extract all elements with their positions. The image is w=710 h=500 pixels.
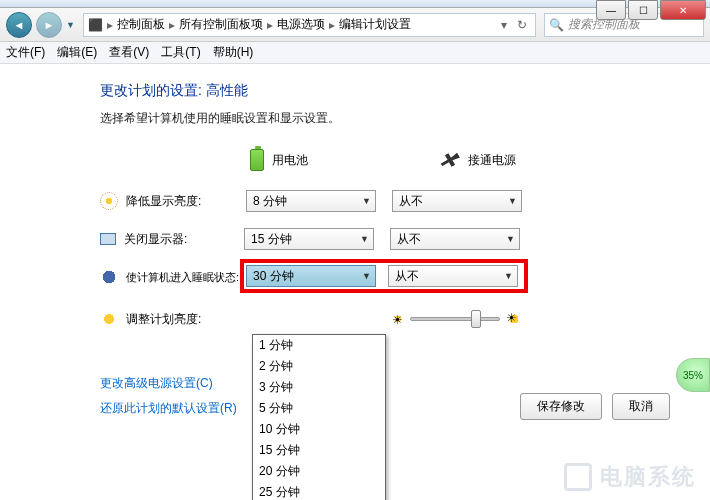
watermark-text: 电脑系统 <box>600 462 696 492</box>
dropdown-value: 从不 <box>395 268 419 285</box>
close-button[interactable]: ✕ <box>660 0 706 20</box>
minimize-button[interactable]: — <box>596 0 626 20</box>
breadcrumb-item[interactable]: 电源选项 <box>277 16 325 33</box>
chevron-down-icon: ▼ <box>360 234 369 244</box>
dropdown-value: 8 分钟 <box>253 193 287 210</box>
plug-icon <box>438 149 462 171</box>
sun-small-icon: ☀ <box>392 313 404 325</box>
breadcrumb-dropdown-icon[interactable]: ▾ <box>501 18 515 32</box>
dropdown-option[interactable]: 2 分钟 <box>253 356 385 377</box>
chevron-down-icon: ▼ <box>506 234 515 244</box>
sleep-icon <box>100 268 118 286</box>
watermark-icon <box>564 463 592 491</box>
battery-badge: 35% <box>676 358 710 392</box>
save-button[interactable]: 保存修改 <box>520 393 602 420</box>
page-subtitle: 选择希望计算机使用的睡眠设置和显示设置。 <box>100 110 680 127</box>
battery-label: 用电池 <box>272 152 308 169</box>
page-title: 更改计划的设置: 高性能 <box>100 82 680 100</box>
menu-view[interactable]: 查看(V) <box>109 44 149 61</box>
breadcrumb-item[interactable]: 控制面板 <box>117 16 165 33</box>
row-sleep: 使计算机进入睡眠状态: 30 分钟 ▼ 从不 ▼ <box>100 265 680 289</box>
content: 更改计划的设置: 高性能 选择希望计算机使用的睡眠设置和显示设置。 用电池 接通… <box>0 64 710 435</box>
chevron-right-icon: ▸ <box>107 18 113 32</box>
plugged-column-header: 接通电源 <box>440 149 570 171</box>
plugged-label: 接通电源 <box>468 152 516 169</box>
refresh-icon[interactable]: ↻ <box>517 18 531 32</box>
display-off-plugged-dropdown[interactable]: 从不 ▼ <box>390 228 520 250</box>
back-button[interactable]: ◄ <box>6 12 32 38</box>
maximize-button[interactable]: ☐ <box>628 0 658 20</box>
titlebar: — ☐ ✕ <box>0 0 710 8</box>
menu-file[interactable]: 文件(F) <box>6 44 45 61</box>
search-icon: 🔍 <box>549 18 564 32</box>
slider-track[interactable] <box>410 317 500 321</box>
row-dim-display: 降低显示亮度: 8 分钟 ▼ 从不 ▼ <box>100 189 680 213</box>
chevron-down-icon: ▼ <box>362 196 371 206</box>
battery-icon <box>250 149 264 171</box>
sun-large-icon: ☀ <box>506 311 522 327</box>
dropdown-option[interactable]: 25 分钟 <box>253 482 385 500</box>
chevron-down-icon: ▼ <box>362 271 371 281</box>
row-label: 使计算机进入睡眠状态: <box>126 270 244 285</box>
control-panel-icon: ⬛ <box>88 18 103 32</box>
column-headers: 用电池 接通电源 <box>250 149 680 171</box>
button-row: 保存修改 取消 <box>520 393 670 420</box>
dropdown-option[interactable]: 20 分钟 <box>253 461 385 482</box>
dim-icon <box>100 192 118 210</box>
menubar: 文件(F) 编辑(E) 查看(V) 工具(T) 帮助(H) <box>0 42 710 64</box>
sleep-plugged-dropdown[interactable]: 从不 ▼ <box>388 265 518 287</box>
dim-battery-dropdown[interactable]: 8 分钟 ▼ <box>246 190 376 212</box>
dropdown-option[interactable]: 5 分钟 <box>253 398 385 419</box>
menu-tools[interactable]: 工具(T) <box>161 44 200 61</box>
breadcrumb-item[interactable]: 编辑计划设置 <box>339 16 411 33</box>
chevron-right-icon: ▸ <box>267 18 273 32</box>
dropdown-option[interactable]: 10 分钟 <box>253 419 385 440</box>
slider-thumb[interactable] <box>471 310 481 328</box>
monitor-icon <box>100 233 116 245</box>
breadcrumb[interactable]: ⬛ ▸ 控制面板 ▸ 所有控制面板项 ▸ 电源选项 ▸ 编辑计划设置 ▾ ↻ <box>83 13 536 37</box>
dropdown-menu[interactable]: 1 分钟2 分钟3 分钟5 分钟10 分钟15 分钟20 分钟25 分钟30 分… <box>252 334 386 500</box>
menu-help[interactable]: 帮助(H) <box>213 44 254 61</box>
battery-column-header: 用电池 <box>250 149 380 171</box>
advanced-settings-link[interactable]: 更改高级电源设置(C) <box>100 375 213 392</box>
dropdown-value: 30 分钟 <box>253 268 294 285</box>
chevron-right-icon: ▸ <box>329 18 335 32</box>
row-label: 关闭显示器: <box>124 231 244 248</box>
row-label: 降低显示亮度: <box>126 193 246 210</box>
row-display-off: 关闭显示器: 15 分钟 ▼ 从不 ▼ <box>100 227 680 251</box>
chevron-down-icon: ▼ <box>504 271 513 281</box>
chevron-down-icon: ▼ <box>508 196 517 206</box>
row-brightness: 调整计划亮度: ☀ ☀ <box>100 307 680 331</box>
chevron-right-icon: ▸ <box>169 18 175 32</box>
display-off-battery-dropdown[interactable]: 15 分钟 ▼ <box>244 228 374 250</box>
row-label: 调整计划亮度: <box>126 311 246 328</box>
dropdown-option[interactable]: 1 分钟 <box>253 335 385 356</box>
dim-plugged-dropdown[interactable]: 从不 ▼ <box>392 190 522 212</box>
dropdown-value: 从不 <box>399 193 423 210</box>
restore-defaults-link[interactable]: 还原此计划的默认设置(R) <box>100 400 237 417</box>
watermark: 电脑系统 <box>564 462 696 492</box>
annotation-highlight: 30 分钟 ▼ 从不 ▼ <box>240 259 528 293</box>
dropdown-option[interactable]: 3 分钟 <box>253 377 385 398</box>
brightness-plugged-slider[interactable]: ☀ ☀ <box>392 311 522 327</box>
window-controls: — ☐ ✕ <box>596 0 706 20</box>
brightness-icon <box>100 310 118 328</box>
cancel-button[interactable]: 取消 <box>612 393 670 420</box>
dropdown-value: 从不 <box>397 231 421 248</box>
sleep-battery-dropdown[interactable]: 30 分钟 ▼ <box>246 265 376 287</box>
breadcrumb-item[interactable]: 所有控制面板项 <box>179 16 263 33</box>
dropdown-value: 15 分钟 <box>251 231 292 248</box>
dropdown-option[interactable]: 15 分钟 <box>253 440 385 461</box>
menu-edit[interactable]: 编辑(E) <box>57 44 97 61</box>
history-dropdown-icon[interactable]: ▼ <box>66 20 75 30</box>
forward-button[interactable]: ► <box>36 12 62 38</box>
